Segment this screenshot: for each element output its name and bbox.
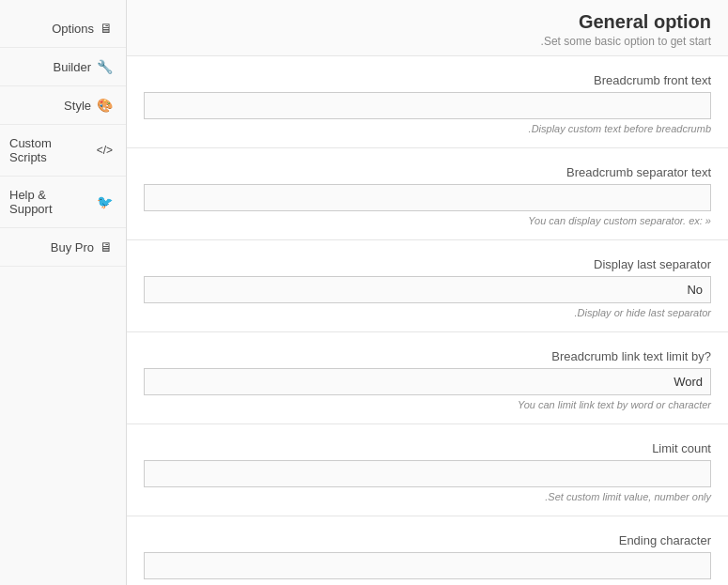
sidebar-item-help-support[interactable]: Help & Support 🐦: [0, 177, 126, 228]
buy-pro-icon: 🖥: [100, 239, 113, 254]
sidebar-item-label: Custom Scripts: [9, 136, 91, 164]
ending-character-input[interactable]: [144, 552, 711, 579]
field-group-limit-count: Limit count .Set custom limit value, num…: [144, 441, 711, 502]
section-display-last-separator: Display last separator No Yes .Display o…: [127, 240, 728, 332]
options-icon: 🖥: [100, 21, 113, 36]
field-group-link-text-limit: Breadcrumb link text limit by? Word Char…: [144, 349, 711, 410]
main-content: General option .Set some basic option to…: [127, 0, 728, 585]
field-group-breadcrumb-separator: Breadcrumb separator text You can displa…: [144, 165, 711, 226]
limit-count-hint: .Set custom limit value, number only: [144, 491, 711, 502]
sidebar-item-buy-pro[interactable]: Buy Pro 🖥: [0, 228, 126, 267]
display-last-separator-select[interactable]: No Yes: [144, 276, 711, 303]
field-group-breadcrumb-front: Breadcrumb front text .Display custom te…: [144, 73, 711, 134]
page-subtitle: .Set some basic option to get start: [144, 35, 711, 48]
link-text-limit-select[interactable]: Word Character: [144, 368, 711, 395]
sidebar-item-label: Buy Pro: [51, 240, 94, 254]
limit-count-label: Limit count: [144, 441, 711, 455]
field-group-ending-character: Ending character: [144, 533, 711, 579]
field-group-last-separator: Display last separator No Yes .Display o…: [144, 257, 711, 318]
display-last-separator-hint: .Display or hide last separator: [144, 307, 711, 318]
display-last-separator-label: Display last separator: [144, 257, 711, 271]
sidebar: Options 🖥 Builder 🔧 Style 🎨 Custom Scrip…: [0, 0, 127, 585]
sidebar-item-builder[interactable]: Builder 🔧: [0, 48, 126, 86]
breadcrumb-front-text-label: Breadcrumb front text: [144, 73, 711, 87]
page-header: General option .Set some basic option to…: [127, 0, 728, 56]
sidebar-item-custom-scripts[interactable]: Custom Scripts </>: [0, 125, 126, 177]
sidebar-item-style[interactable]: Style 🎨: [0, 86, 126, 125]
sidebar-item-label: Help & Support: [9, 188, 91, 216]
display-last-separator-wrapper: No Yes: [144, 276, 711, 303]
breadcrumb-front-text-input[interactable]: [144, 92, 711, 119]
page-title: General option: [144, 11, 711, 33]
breadcrumb-front-text-hint: .Display custom text before breadcrumb: [144, 123, 711, 134]
limit-count-input[interactable]: [144, 460, 711, 487]
custom-scripts-icon: </>: [97, 144, 113, 157]
breadcrumb-separator-label: Breadcrumb separator text: [144, 165, 711, 179]
breadcrumb-separator-hint: You can display custom separator. ex: »: [144, 215, 711, 226]
ending-character-label: Ending character: [144, 533, 711, 547]
help-support-icon: 🐦: [97, 194, 113, 209]
section-ending-character: Ending character: [127, 516, 728, 585]
section-breadcrumb-separator: Breadcrumb separator text You can displa…: [127, 148, 728, 240]
sidebar-item-label: Options: [52, 22, 94, 36]
link-text-limit-hint: You can limit link text by word or chara…: [144, 399, 711, 410]
link-text-limit-label: Breadcrumb link text limit by?: [144, 349, 711, 363]
section-link-text-limit: Breadcrumb link text limit by? Word Char…: [127, 332, 728, 424]
section-limit-count: Limit count .Set custom limit value, num…: [127, 424, 728, 516]
builder-icon: 🔧: [97, 59, 113, 74]
breadcrumb-separator-input[interactable]: [144, 184, 711, 211]
sidebar-item-options[interactable]: Options 🖥: [0, 9, 126, 48]
link-text-limit-wrapper: Word Character: [144, 368, 711, 395]
sidebar-item-label: Style: [64, 99, 91, 113]
section-breadcrumb-front-text: Breadcrumb front text .Display custom te…: [127, 56, 728, 148]
sidebar-item-label: Builder: [54, 60, 91, 74]
style-icon: 🎨: [97, 98, 113, 113]
